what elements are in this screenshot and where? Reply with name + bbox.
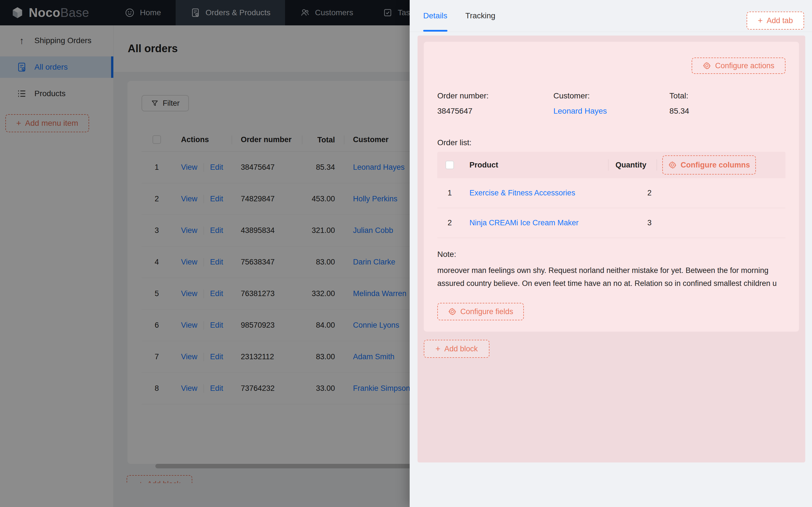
add-block-label: Add block: [444, 345, 478, 353]
row-index: 1: [437, 189, 462, 198]
quantity-cell: 3: [608, 219, 657, 227]
configure-fields-label: Configure fields: [460, 307, 513, 316]
configure-columns-button[interactable]: Configure columns: [662, 155, 756, 175]
drawer-mask[interactable]: [0, 0, 410, 507]
tab-tracking[interactable]: Tracking: [465, 0, 496, 32]
configure-columns-label: Configure columns: [681, 161, 750, 169]
field-label: Total:: [669, 91, 786, 100]
app-root: NocoBase Home Orders & Products Customer…: [0, 0, 812, 507]
row-index: 2: [437, 219, 462, 227]
field-order-number: Order number: 38475647: [437, 91, 554, 116]
field-label: Customer:: [554, 91, 670, 100]
order-list-header: Product Quantity Configure columns: [437, 152, 786, 178]
add-tab-label: Add tab: [767, 16, 793, 25]
order-list-row: 1 Exercise & Fitness Accessories 2: [437, 178, 786, 208]
gear-icon: [668, 161, 677, 169]
add-tab-button[interactable]: + Add tab: [747, 11, 804, 30]
note-label: Note:: [437, 250, 786, 259]
note-text: moreover man feelings own shy. Request n…: [437, 264, 786, 290]
field-value: 85.34: [669, 107, 786, 116]
order-list-label: Order list:: [437, 138, 786, 147]
add-block-button[interactable]: + Add block: [424, 340, 489, 358]
select-all-checkbox[interactable]: [446, 161, 454, 169]
details-block-highlight: Configure actions Order number: 38475647…: [417, 36, 805, 462]
tab-details[interactable]: Details: [423, 0, 448, 32]
product-link[interactable]: Exercise & Fitness Accessories: [469, 189, 575, 197]
drawer-tabs-bar: Details Tracking + Add tab: [410, 0, 812, 32]
field-value: 38475647: [437, 107, 554, 116]
product-link[interactable]: Ninja CREAMi Ice Cream Maker: [469, 219, 579, 227]
gear-icon: [703, 61, 711, 70]
column-header-product: Product: [462, 152, 608, 178]
configure-fields-button[interactable]: Configure fields: [437, 303, 524, 320]
field-customer: Customer: Leonard Hayes: [554, 91, 670, 116]
detail-fields-row: Order number: 38475647 Customer: Leonard…: [437, 91, 786, 116]
details-block: Configure actions Order number: 38475647…: [424, 42, 799, 332]
configure-actions-row: Configure actions: [437, 58, 786, 74]
configure-actions-button[interactable]: Configure actions: [692, 58, 786, 74]
details-drawer: Details Tracking + Add tab Configure act…: [410, 0, 812, 507]
gear-icon: [448, 307, 457, 316]
plus-icon: +: [435, 345, 441, 353]
field-label: Order number:: [437, 91, 554, 100]
order-list-table: Product Quantity Configure columns 1 Exe…: [437, 152, 786, 238]
configure-actions-label: Configure actions: [715, 61, 774, 70]
field-total: Total: 85.34: [669, 91, 786, 116]
customer-link[interactable]: Leonard Hayes: [554, 107, 607, 115]
plus-icon: +: [758, 16, 763, 25]
column-header-quantity: Quantity: [608, 152, 657, 178]
quantity-cell: 2: [608, 189, 657, 198]
order-list-row: 2 Ninja CREAMi Ice Cream Maker 3: [437, 208, 786, 238]
